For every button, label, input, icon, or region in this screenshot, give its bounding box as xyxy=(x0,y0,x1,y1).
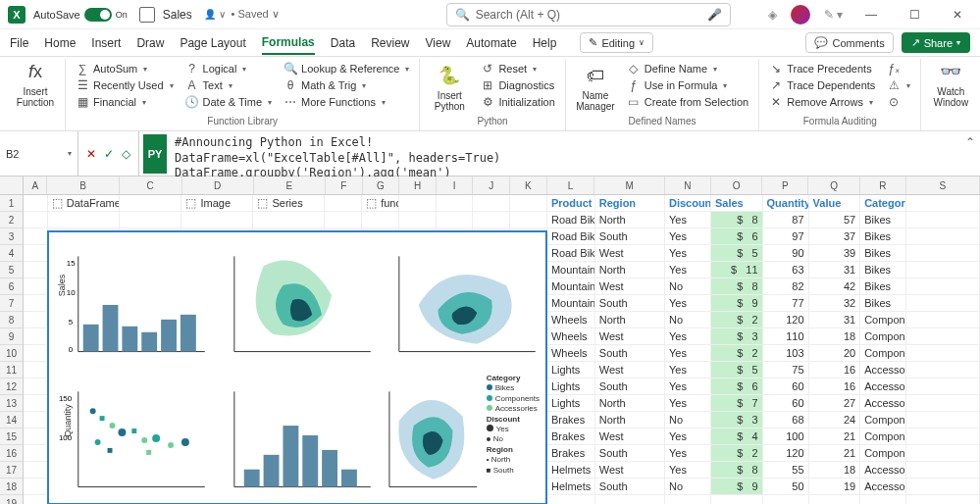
cell[interactable]: Yes xyxy=(665,395,711,412)
cell[interactable]: 120 xyxy=(763,445,809,462)
tab-home[interactable]: Home xyxy=(44,32,76,54)
cell[interactable] xyxy=(325,212,362,228)
cell[interactable]: Yes xyxy=(665,228,711,245)
cell[interactable] xyxy=(595,495,665,504)
cell[interactable]: 103 xyxy=(763,345,809,362)
name-box[interactable]: B2 ▾ xyxy=(0,131,78,176)
cell[interactable]: 60 xyxy=(763,395,809,412)
cell[interactable]: 32 xyxy=(809,295,861,312)
cell[interactable]: Yes xyxy=(665,212,711,228)
evaluate-formula-button[interactable]: ⊙ xyxy=(883,94,914,110)
lookup-button[interactable]: 🔍Lookup & Reference▾ xyxy=(280,61,413,76)
row-header[interactable]: 18 xyxy=(0,479,23,495)
cell[interactable] xyxy=(809,495,861,504)
row-header[interactable]: 8 xyxy=(0,312,23,328)
cell[interactable]: No xyxy=(665,312,711,328)
name-manager-button[interactable]: 🏷 Name Manager xyxy=(572,61,619,116)
cell[interactable]: Lights xyxy=(547,395,595,412)
cell[interactable]: Yes xyxy=(665,462,711,479)
cell[interactable] xyxy=(399,212,437,228)
cell[interactable] xyxy=(906,278,980,295)
cell[interactable]: 19 xyxy=(809,479,861,495)
cell[interactable] xyxy=(510,195,547,212)
cell[interactable] xyxy=(906,378,980,395)
row-header[interactable]: 17 xyxy=(0,462,23,479)
column-header[interactable]: D xyxy=(182,176,254,194)
cell[interactable] xyxy=(906,362,980,378)
trace-precedents-button[interactable]: ↘Trace Precedents xyxy=(765,61,879,76)
cell[interactable] xyxy=(860,495,906,504)
row-header[interactable]: 10 xyxy=(0,345,23,362)
autosave-toggle[interactable]: AutoSave On xyxy=(33,8,128,22)
cell[interactable]: 31 xyxy=(809,262,861,278)
row-header[interactable]: 6 xyxy=(0,278,23,295)
cell[interactable] xyxy=(906,262,980,278)
cell[interactable]: Yes xyxy=(665,328,711,345)
maximize-button[interactable]: ☐ xyxy=(900,0,929,29)
cell[interactable]: 39 xyxy=(809,245,861,262)
row-header[interactable]: 12 xyxy=(0,378,23,395)
cell[interactable]: Mountain Bikes xyxy=(547,262,595,278)
column-header[interactable]: L xyxy=(547,176,595,194)
cell[interactable]: Mountain Bikes xyxy=(547,295,595,312)
cell[interactable]: Yes xyxy=(665,295,711,312)
cell[interactable] xyxy=(24,445,48,462)
cell[interactable] xyxy=(473,212,510,228)
cell[interactable] xyxy=(24,412,48,428)
cell[interactable]: North xyxy=(595,395,665,412)
cell[interactable] xyxy=(24,278,48,295)
cell[interactable] xyxy=(24,262,48,278)
cells[interactable]: Sales 151050 xyxy=(24,195,980,504)
tab-data[interactable]: Data xyxy=(331,32,355,54)
row-header[interactable]: 2 xyxy=(0,212,23,228)
cell[interactable]: 18 xyxy=(809,462,861,479)
logical-button[interactable]: ?Logical▾ xyxy=(181,61,277,76)
row-header[interactable]: 15 xyxy=(0,428,23,445)
cell[interactable]: Lights xyxy=(547,362,595,378)
cell[interactable]: $ 5 xyxy=(711,362,763,378)
cell[interactable]: Yes xyxy=(665,245,711,262)
cell[interactable]: South xyxy=(595,378,665,395)
cell[interactable] xyxy=(665,495,711,504)
save-icon[interactable] xyxy=(139,7,155,23)
cell[interactable] xyxy=(906,195,980,212)
column-header[interactable]: R xyxy=(860,176,906,194)
cell[interactable] xyxy=(906,295,980,312)
commit-formula-button[interactable]: ◇ xyxy=(122,147,130,161)
cell[interactable] xyxy=(547,495,595,504)
text-button[interactable]: AText▾ xyxy=(181,77,277,93)
tab-pagelayout[interactable]: Page Layout xyxy=(180,32,245,54)
remove-arrows-button[interactable]: ✕Remove Arrows▾ xyxy=(765,94,879,110)
cell[interactable]: 50 xyxy=(763,479,809,495)
column-header[interactable]: M xyxy=(594,176,664,194)
python-chart-output[interactable]: Sales 151050 xyxy=(47,230,547,504)
column-header[interactable]: J xyxy=(473,176,510,194)
error-checking-button[interactable]: ⚠▾ xyxy=(883,77,914,93)
cell[interactable]: $ 2 xyxy=(711,345,763,362)
cell[interactable]: Components xyxy=(860,345,906,362)
cell[interactable]: Value xyxy=(809,195,861,212)
recently-used-button[interactable]: ☰Recently Used▾ xyxy=(72,77,178,93)
cell[interactable]: North xyxy=(595,262,665,278)
cell[interactable] xyxy=(24,362,48,378)
cell[interactable]: 20 xyxy=(809,345,861,362)
cell[interactable] xyxy=(24,428,48,445)
mic-icon[interactable]: 🎤 xyxy=(707,8,722,22)
row-header[interactable]: 16 xyxy=(0,445,23,462)
cell[interactable]: Mountain Bikes xyxy=(547,278,595,295)
row-header[interactable]: 19 xyxy=(0,495,23,504)
cell[interactable] xyxy=(906,395,980,412)
diamond-icon[interactable]: ◈ xyxy=(768,8,777,22)
cell[interactable] xyxy=(120,195,182,212)
cell[interactable]: Bikes xyxy=(860,262,906,278)
cell[interactable]: Wheels xyxy=(547,345,595,362)
cell[interactable]: West xyxy=(595,462,665,479)
cell[interactable]: $ 9 xyxy=(711,295,763,312)
tab-insert[interactable]: Insert xyxy=(91,32,121,54)
cell[interactable] xyxy=(24,462,48,479)
cell[interactable]: 21 xyxy=(809,445,861,462)
column-header[interactable]: C xyxy=(120,176,182,194)
cell[interactable] xyxy=(24,212,48,228)
cell[interactable]: West xyxy=(595,328,665,345)
cell[interactable]: $ 3 xyxy=(711,328,763,345)
